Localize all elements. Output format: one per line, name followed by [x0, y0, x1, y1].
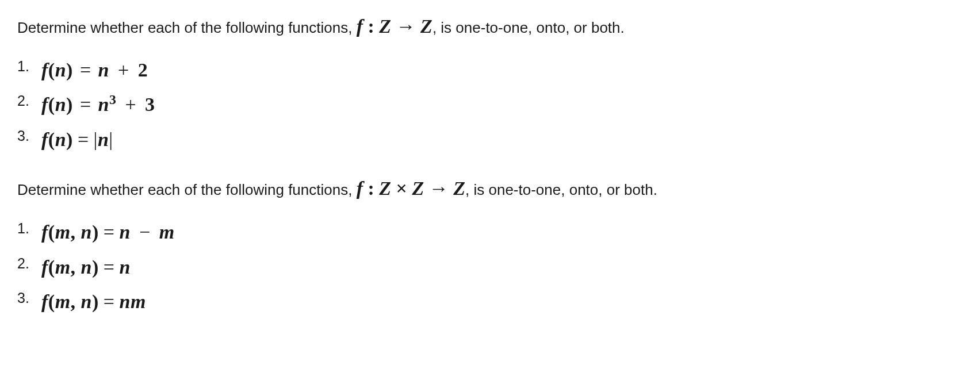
item-number: 3.: [17, 124, 29, 147]
item-number: 2.: [17, 252, 29, 275]
list-item: 2. f(m, n)=n: [41, 252, 963, 283]
formula: f(n)=|n|: [41, 129, 113, 150]
formula: f(n)=n + 2: [41, 59, 148, 80]
prompt-text-pre: Determine whether each of the following …: [17, 19, 357, 36]
item-number: 1.: [17, 55, 29, 78]
formula: f(m, n)=n − m: [41, 221, 175, 243]
prompt-text-post: , is one-to-one, onto, or both.: [432, 19, 625, 36]
function-list-1: 1. f(n)=n + 2 2. f(n)=n3 + 3 3. f(n)=|n|: [17, 55, 963, 155]
mapping-expr-1: f : Z → Z: [357, 16, 432, 37]
item-number: 2.: [17, 89, 29, 112]
prompt-1: Determine whether each of the following …: [17, 11, 963, 41]
formula: f(n)=n3 + 3: [41, 94, 155, 115]
prompt-text-pre: Determine whether each of the following …: [17, 181, 357, 198]
formula: f(m, n)=n: [41, 256, 131, 278]
list-item: 2. f(n)=n3 + 3: [41, 89, 963, 120]
function-list-2: 1. f(m, n)=n − m 2. f(m, n)=n 3. f(m, n)…: [17, 217, 963, 317]
item-number: 1.: [17, 217, 29, 240]
mapping-expr-2: f : Z × Z → Z: [357, 178, 465, 199]
list-item: 3. f(n)=|n|: [41, 124, 963, 155]
list-item: 3. f(m, n)=nm: [41, 286, 963, 317]
formula: f(m, n)=nm: [41, 291, 146, 312]
problem-section-2: Determine whether each of the following …: [17, 174, 963, 317]
problem-section-1: Determine whether each of the following …: [17, 11, 963, 155]
list-item: 1. f(m, n)=n − m: [41, 217, 963, 248]
item-number: 3.: [17, 286, 29, 309]
prompt-text-post: , is one-to-one, onto, or both.: [465, 181, 657, 198]
list-item: 1. f(n)=n + 2: [41, 55, 963, 86]
prompt-2: Determine whether each of the following …: [17, 174, 963, 203]
